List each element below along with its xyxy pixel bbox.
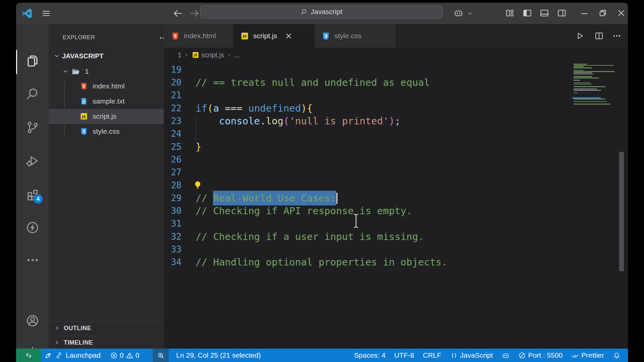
cursor-position[interactable]: Ln 29, Col 25 (21 selected) xyxy=(176,349,261,362)
line-number: 23 xyxy=(164,115,181,127)
activity-source-control[interactable] xyxy=(16,120,49,135)
file-item-script.js[interactable]: JSscript.js xyxy=(49,109,164,124)
code-text[interactable]: console.log('null is printed'); xyxy=(196,115,400,127)
chevron-down-icon[interactable] xyxy=(466,10,474,17)
activity-run-and-debug[interactable] xyxy=(16,153,49,169)
menu-icon[interactable] xyxy=(40,9,52,18)
status-copilot-status[interactable] xyxy=(497,349,514,362)
code-token: 'null is printed' xyxy=(289,115,389,127)
outline-section[interactable]: OUTLINE xyxy=(49,321,164,335)
minimize-icon[interactable] xyxy=(579,8,589,18)
lightbulb-icon[interactable] xyxy=(193,180,203,190)
toggle-sidebar-icon[interactable] xyxy=(522,8,532,18)
command-center-search[interactable]: Javascript xyxy=(200,5,443,18)
code-token: ( xyxy=(283,115,289,127)
toggle-panel-icon[interactable] xyxy=(539,8,549,18)
file-item-index.html[interactable]: 5index.html xyxy=(49,79,164,94)
file-item-style.css[interactable]: 3style.css xyxy=(49,124,164,139)
code-line-19: 19 xyxy=(164,63,628,76)
bolt-icon xyxy=(25,221,40,235)
css-icon: 3 xyxy=(322,32,330,41)
code-line-34: 34// Handling optional properties in obj… xyxy=(164,256,628,269)
activity-extensions[interactable]: 4 xyxy=(16,186,49,202)
code-text[interactable]: // Handling optional properties in objec… xyxy=(196,256,447,268)
code-text[interactable]: // Real-World Use Cases: xyxy=(196,192,337,204)
minimap-line xyxy=(574,86,605,87)
copilot-icon[interactable] xyxy=(453,8,464,18)
code-token xyxy=(196,115,219,127)
status-prettier[interactable]: Prettier xyxy=(567,349,608,362)
minimap-line xyxy=(574,66,584,67)
outline-label: OUTLINE xyxy=(64,325,91,332)
split-editor-icon[interactable] xyxy=(594,31,604,41)
file-item-sample.txt[interactable]: sample.txt xyxy=(49,94,164,109)
code-text[interactable]: // == treats null and undefined as equal xyxy=(196,76,430,89)
editor-more-actions-icon[interactable] xyxy=(612,31,622,41)
svg-text:3: 3 xyxy=(324,33,327,38)
forward-icon[interactable] xyxy=(189,8,199,18)
workspace-root[interactable]: JAVASCRIPT xyxy=(49,50,164,62)
activity-thunder[interactable] xyxy=(16,220,49,235)
activity-search[interactable] xyxy=(16,86,49,102)
ellipsis-icon xyxy=(25,253,40,267)
problems-button[interactable]: 0 0 xyxy=(110,349,139,362)
activity-explorer[interactable] xyxy=(16,53,49,69)
copilot-icon xyxy=(502,352,509,359)
restore-icon[interactable] xyxy=(598,8,608,18)
js-icon: JS xyxy=(80,112,88,121)
minimap-line xyxy=(574,88,597,89)
customize-layout-icon[interactable] xyxy=(505,8,515,18)
chevron-down-icon xyxy=(62,68,69,75)
breadcrumb-folder[interactable]: 1 xyxy=(178,51,181,59)
svg-text:{}: {} xyxy=(451,353,457,358)
tab-script.js[interactable]: JSscript.js xyxy=(233,24,315,48)
minimap[interactable] xyxy=(570,62,614,237)
status-label: Prettier xyxy=(581,351,604,359)
toggle-secondary-sidebar-icon[interactable] xyxy=(557,8,567,18)
check-check-icon xyxy=(571,352,579,359)
run-file-icon[interactable] xyxy=(575,31,585,41)
tab-close-icon[interactable] xyxy=(284,32,293,41)
code-text[interactable]: } xyxy=(196,140,201,153)
back-icon[interactable] xyxy=(173,8,183,18)
activity-more-actions[interactable] xyxy=(16,252,49,268)
code-editor[interactable]: 18// === > Strict Comparison1920// == tr… xyxy=(164,62,628,349)
status-notifications[interactable] xyxy=(608,349,628,362)
svg-text:5: 5 xyxy=(174,33,177,38)
status-eol[interactable]: CRLF xyxy=(419,349,446,362)
code-token: ){ xyxy=(301,103,313,114)
source-control-icon xyxy=(25,120,40,134)
remote-indicator[interactable] xyxy=(16,349,41,362)
code-token: . xyxy=(260,115,266,127)
status-live-server-port[interactable]: Port : 5500 xyxy=(514,349,567,362)
folder-item[interactable]: 1 xyxy=(49,64,164,78)
code-line-29: 29// Real-World Use Cases: xyxy=(164,192,628,205)
code-text[interactable]: // Checking if API response is empty. xyxy=(196,204,412,217)
status-language-mode[interactable]: {}JavaScript xyxy=(446,349,497,362)
code-text[interactable]: if(a === undefined){ xyxy=(196,102,313,115)
selected-text: Real-World Use Cases: xyxy=(213,191,336,205)
file-name: style.css xyxy=(93,127,120,135)
code-text[interactable]: // Checking if a user input is missing. xyxy=(196,230,424,243)
status-encoding[interactable]: UTF-8 xyxy=(390,349,419,362)
minimap-line xyxy=(574,93,578,94)
launchpad-button[interactable]: Launchpad xyxy=(44,349,101,362)
breadcrumb-file[interactable]: script.js xyxy=(201,51,224,59)
activity-accounts[interactable] xyxy=(16,313,49,328)
minimap-line xyxy=(574,76,592,77)
zoom-indicator[interactable] xyxy=(153,349,169,362)
line-number: 24 xyxy=(164,127,181,140)
tab-style.css[interactable]: 3style.css xyxy=(314,24,396,48)
line-number: 25 xyxy=(164,140,181,153)
breadcrumb-symbol[interactable]: ... xyxy=(234,51,239,59)
timeline-section[interactable]: TIMELINE xyxy=(49,336,164,349)
code-line-22: 22if(a === undefined){ xyxy=(164,102,628,115)
tab-index.html[interactable]: 5index.html xyxy=(164,24,233,48)
code-token: // == treats null and undefined as equal xyxy=(196,77,430,88)
close-icon[interactable] xyxy=(616,8,626,18)
vscode-window: Javascript 4 EXPLORER JAVASCRIPT 1 5inde… xyxy=(16,3,628,362)
html-icon: 5 xyxy=(80,82,88,90)
minimap-line xyxy=(574,80,580,81)
scrollbar[interactable] xyxy=(619,152,624,271)
status-indentation[interactable]: Spaces: 4 xyxy=(350,349,390,362)
